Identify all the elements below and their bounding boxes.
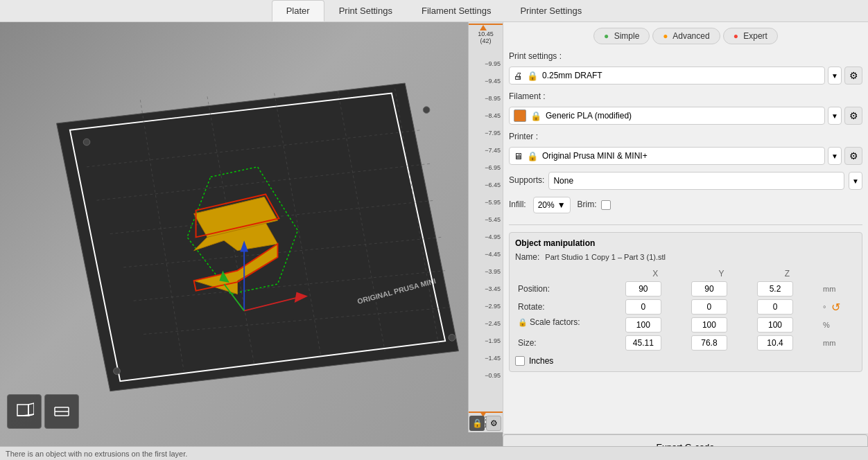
ruler-bottom-controls: 🔒 ⚙ xyxy=(469,416,501,431)
scale-lock-icon[interactable]: 🔒 xyxy=(518,318,528,327)
ruler-vertical: 10.45(42) −9.95 −9.45 −8.95 −8.45 −7.95 … xyxy=(468,22,503,432)
supports-row: Supports: None ▼ xyxy=(509,172,862,190)
position-label: Position: xyxy=(515,280,623,298)
size-y[interactable] xyxy=(691,335,727,351)
status-bar: There is an object with no extrusions on… xyxy=(0,446,868,460)
tab-print-settings[interactable]: Print Settings xyxy=(324,0,407,21)
mode-expert-btn[interactable]: Expert xyxy=(723,28,778,44)
ruler-top-value: 10.45(42) xyxy=(469,30,503,44)
size-z[interactable] xyxy=(757,335,793,351)
brim-label: Brim: xyxy=(578,200,597,209)
filament-color-swatch xyxy=(514,109,526,122)
ruler-arrow-up xyxy=(480,25,487,30)
object-manipulation: Object manipulation Name: Part Studio 1 … xyxy=(509,232,862,372)
svg-point-15 xyxy=(423,107,430,114)
obj-manip-title: Object manipulation xyxy=(515,238,856,248)
ruler-top-line xyxy=(469,24,503,25)
supports-arrow[interactable]: ▼ xyxy=(849,172,862,190)
position-x[interactable] xyxy=(625,281,661,297)
svg-marker-32 xyxy=(17,414,34,416)
printer-gear[interactable]: ⚙ xyxy=(844,147,862,165)
xyz-table: X Y Z Position: mm Rotate: xyxy=(515,267,856,352)
infill-brim-row: Infill: 20% ▼ Brim: xyxy=(509,197,862,213)
rotate-x[interactable] xyxy=(625,299,661,315)
mode-row: Simple Advanced Expert xyxy=(509,28,862,44)
bed-container: ORIGINAL PRUSA MINI xyxy=(14,43,461,405)
scale-x[interactable] xyxy=(625,317,661,333)
infill-select[interactable]: 20% ▼ xyxy=(533,197,571,213)
tab-bar: Plater Print Settings Filament Settings … xyxy=(0,0,868,22)
svg-rect-30 xyxy=(17,405,28,416)
svg-point-16 xyxy=(449,335,455,342)
position-unit: mm xyxy=(820,280,856,298)
svg-point-17 xyxy=(114,368,121,375)
position-z[interactable] xyxy=(757,281,793,297)
size-x[interactable] xyxy=(625,335,661,351)
filament-select[interactable]: 🔒 Generic PLA (modified) xyxy=(509,107,825,125)
tab-printer-settings[interactable]: Printer Settings xyxy=(505,0,596,21)
position-row: Position: mm xyxy=(515,280,856,298)
svg-point-14 xyxy=(83,139,90,145)
header-z: Z xyxy=(754,267,820,280)
print-settings-select[interactable]: 🖨 🔒 0.25mm DRAFT xyxy=(509,67,825,85)
viewport[interactable]: ORIGINAL PRUSA MINI xyxy=(0,22,503,446)
layers-view-btn[interactable] xyxy=(44,394,79,429)
filament-row: 🔒 Generic PLA (modified) ▼ ⚙ xyxy=(509,107,862,125)
printer-label: Printer : xyxy=(509,132,862,141)
tab-filament-settings[interactable]: Filament Settings xyxy=(407,0,505,21)
gear-icon-ruler[interactable]: ⚙ xyxy=(486,416,501,431)
print-settings-row: 🖨 🔒 0.25mm DRAFT ▼ ⚙ xyxy=(509,67,862,85)
rotate-row: Rotate: ° ↺ xyxy=(515,298,856,316)
name-row: Name: Part Studio 1 Copy 1 – Part 3 (1).… xyxy=(515,252,856,262)
status-text: There is an object with no extrusions on… xyxy=(6,450,187,458)
filament-arrow[interactable]: ▼ xyxy=(828,107,842,125)
cube-view-btn[interactable] xyxy=(7,394,42,429)
printer-select[interactable]: 🖥 🔒 Original Prusa MINI & MINI+ xyxy=(509,147,825,165)
lock-icon-ruler[interactable]: 🔒 xyxy=(469,416,485,431)
rotate-unit: ° xyxy=(823,304,826,312)
inches-row: Inches xyxy=(515,356,856,366)
mode-simple-btn[interactable]: Simple xyxy=(593,28,650,44)
scale-z[interactable] xyxy=(757,317,793,333)
supports-select[interactable]: None xyxy=(548,172,844,190)
right-panel: Simple Advanced Expert Print settings : … xyxy=(503,22,868,446)
scale-y[interactable] xyxy=(691,317,727,333)
rotate-y[interactable] xyxy=(691,299,727,315)
name-value: Part Studio 1 Copy 1 – Part 3 (1).stl xyxy=(545,253,666,261)
position-y[interactable] xyxy=(691,281,727,297)
print-settings-label: Print settings : xyxy=(509,51,862,61)
main-layout: ORIGINAL PRUSA MINI xyxy=(0,22,868,446)
mode-advanced-btn[interactable]: Advanced xyxy=(652,28,720,44)
tab-plater[interactable]: Plater xyxy=(272,0,324,21)
rotate-reset-btn[interactable]: ↺ xyxy=(831,301,840,313)
svg-marker-31 xyxy=(28,403,34,416)
scale-label: Scale factors: xyxy=(530,317,580,327)
supports-label: Supports: xyxy=(509,175,544,185)
inches-checkbox[interactable] xyxy=(515,356,525,366)
divider xyxy=(509,224,862,225)
size-label: Size: xyxy=(515,334,623,352)
brim-row: Brim: xyxy=(578,200,611,211)
filament-gear[interactable]: ⚙ xyxy=(844,107,862,125)
viewport-icons xyxy=(7,394,79,429)
scale-unit: % xyxy=(820,316,856,334)
filament-label: Filament : xyxy=(509,91,862,101)
name-label: Name: xyxy=(515,252,539,262)
rotate-z[interactable] xyxy=(757,299,793,315)
printer-row: 🖥 🔒 Original Prusa MINI & MINI+ ▼ ⚙ xyxy=(509,147,862,165)
infill-label: Infill: xyxy=(509,200,526,209)
inches-label: Inches xyxy=(529,356,553,366)
print-settings-gear[interactable]: ⚙ xyxy=(844,67,862,85)
rotate-label: Rotate: xyxy=(515,298,623,316)
print-settings-arrow[interactable]: ▼ xyxy=(828,67,842,85)
size-row: Size: mm xyxy=(515,334,856,352)
scale-row: 🔒 Scale factors: % xyxy=(515,316,856,334)
header-x: X xyxy=(623,267,688,280)
brim-checkbox[interactable] xyxy=(601,200,611,210)
printer-arrow[interactable]: ▼ xyxy=(828,147,842,165)
header-y: Y xyxy=(688,267,754,280)
size-unit: mm xyxy=(820,334,856,352)
